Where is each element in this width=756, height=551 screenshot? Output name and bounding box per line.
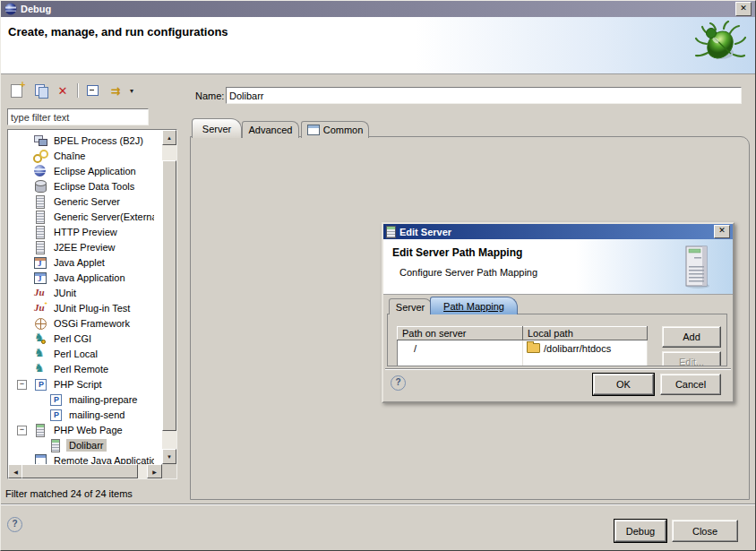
edit-server-titlebar[interactable]: Edit Server ✕: [383, 224, 733, 239]
vertical-scroll-thumb[interactable]: [162, 160, 176, 431]
column-header-local-path[interactable]: Local path: [523, 327, 648, 340]
chain-icon: [33, 150, 48, 162]
perl-camel-icon: [33, 332, 48, 345]
perl-camel-icon: [33, 348, 48, 360]
footer-separator: [1, 504, 755, 505]
tree-item-mailing-prepare[interactable]: mailing-prepare: [8, 392, 154, 407]
toolbar-menu-caret-icon[interactable]: ▾: [130, 87, 133, 95]
edit-server-subheading: Configure Server Path Mapping: [399, 267, 537, 278]
local-path-cell: /dolibarr/htdocs: [523, 340, 648, 357]
scroll-up-icon[interactable]: ▲: [162, 130, 176, 145]
ok-button[interactable]: OK: [593, 374, 654, 395]
tree-item-junit[interactable]: JUnit: [8, 285, 154, 300]
debug-bug-icon: [694, 21, 746, 73]
edit-mapping-button[interactable]: Edit...: [662, 351, 721, 366]
database-icon: [33, 180, 48, 193]
tree-item-dolibarr[interactable]: Dolibarr: [8, 437, 154, 452]
delete-configuration-icon[interactable]: ✕: [54, 82, 72, 99]
dialog-tab-server[interactable]: Server: [389, 298, 432, 314]
duplicate-configuration-icon[interactable]: [30, 82, 48, 99]
tree-item-chaine[interactable]: Chaîne: [8, 148, 154, 163]
dialog-tab-path-mapping[interactable]: Path Mapping: [430, 297, 518, 314]
collapse-expander-icon[interactable]: −: [17, 380, 27, 390]
php-script-icon: [33, 378, 48, 391]
dialog-separator: [385, 368, 731, 370]
table-row[interactable]: / /dolibarr/htdocs: [398, 340, 648, 357]
dialog-help-icon[interactable]: ?: [391, 375, 406, 391]
junit-plugin-icon: [33, 302, 48, 314]
debug-configurations-window: { "glyphs": {"close":"✕","check":"✔","dr…: [0, 0, 756, 551]
cancel-button[interactable]: Cancel: [660, 374, 721, 395]
path-mapping-tab-content: Path on server Local path / /dolibarr/ht…: [387, 314, 727, 366]
close-button[interactable]: Close: [672, 520, 738, 542]
filter-input[interactable]: [7, 108, 149, 125]
tab-advanced[interactable]: Advanced: [242, 121, 299, 138]
server-icon: [33, 226, 48, 238]
path-on-server-cell: /: [398, 340, 523, 357]
server-tower-icon: [683, 245, 711, 289]
tree-item-perl-local[interactable]: Perl Local: [8, 346, 154, 361]
toolbar-separator: [77, 83, 78, 98]
window-title: Debug: [21, 4, 51, 14]
tree-item-perl-remote[interactable]: Perl Remote: [8, 361, 154, 376]
server-icon: [33, 211, 48, 223]
folder-icon: [527, 343, 540, 353]
tree-item-generic-server-external[interactable]: Generic Server(External La: [8, 209, 154, 224]
junit-icon: [33, 287, 48, 299]
tree-item-eclipse-application[interactable]: Eclipse Application: [8, 163, 154, 178]
banner: Create, manage, and run configurations: [1, 17, 755, 74]
server-icon: [386, 226, 396, 238]
edit-server-dialog: Edit Server ✕ Edit Server Path Mapping C…: [382, 222, 735, 403]
scroll-down-icon[interactable]: ▼: [162, 449, 176, 464]
java-applet-icon: [33, 256, 48, 269]
new-configuration-icon[interactable]: [7, 82, 25, 99]
tree-item-http-preview[interactable]: HTTP Preview: [8, 224, 154, 239]
configurations-toolbar: ✕ ⇉ ▾: [7, 81, 133, 100]
scroll-right-icon[interactable]: ▶: [147, 464, 162, 478]
window-close-button[interactable]: ✕: [735, 2, 752, 16]
edit-server-close-button[interactable]: ✕: [714, 225, 730, 238]
server-icon: [33, 241, 48, 254]
java-application-icon: [33, 271, 48, 284]
edit-server-title: Edit Server: [399, 227, 451, 237]
help-icon[interactable]: ?: [7, 517, 22, 532]
name-label: Name:: [195, 90, 224, 101]
table-row-empty: [398, 356, 648, 366]
add-mapping-button[interactable]: Add: [662, 326, 721, 348]
edit-server-header: Edit Server Path Mapping Configure Serve…: [383, 239, 733, 295]
tree-horizontal-scrollbar[interactable]: ◀ ▶: [8, 464, 162, 478]
path-mapping-table: Path on server Local path / /dolibarr/ht…: [397, 326, 648, 366]
tree-item-j2ee-preview[interactable]: J2EE Preview: [8, 239, 154, 254]
php-script-icon: [48, 393, 64, 406]
tree-item-java-applet[interactable]: Java Applet: [8, 254, 154, 270]
name-input[interactable]: [226, 87, 742, 104]
edit-server-heading: Edit Server Path Mapping: [392, 246, 522, 259]
tree-item-osgi-framework[interactable]: OSGi Framework: [8, 315, 154, 331]
server-icon: [33, 195, 48, 208]
tree-item-mailing-send[interactable]: mailing-send: [8, 407, 154, 422]
tab-server[interactable]: Server: [192, 118, 242, 138]
horizontal-scroll-thumb[interactable]: [21, 464, 138, 478]
tab-common[interactable]: Common: [301, 121, 369, 138]
scrollbar-corner: [162, 464, 176, 478]
collapse-expander-icon[interactable]: −: [17, 426, 27, 435]
tree-item-php-script[interactable]: −PHP Script: [8, 376, 154, 392]
window-titlebar[interactable]: Debug ✕: [1, 1, 755, 17]
perl-camel-icon: [33, 363, 48, 375]
eclipse-logo-icon: [4, 3, 17, 15]
tree-item-php-web-page[interactable]: −PHP Web Page: [8, 422, 154, 437]
php-web-page-icon: [33, 424, 48, 436]
osgi-target-icon: [33, 317, 48, 330]
tree-item-perl-cgi[interactable]: Perl CGI: [8, 331, 154, 346]
filter-launch-configurations-icon[interactable]: ⇉: [107, 82, 125, 99]
tree-item-java-application[interactable]: Java Application: [8, 270, 154, 285]
tree-item-eclipse-data-tools[interactable]: Eclipse Data Tools: [8, 178, 154, 194]
tree-vertical-scrollbar[interactable]: ▲ ▼: [162, 130, 176, 464]
tree-item-junit-plugin-test[interactable]: JUnit Plug-in Test: [8, 300, 154, 315]
debug-button[interactable]: Debug: [614, 520, 666, 542]
tree-item-generic-server[interactable]: Generic Server: [8, 194, 154, 209]
tree-item-bpel-process[interactable]: BPEL Process (B2J): [8, 133, 154, 148]
filter-status-text: Filter matched 24 of 24 items: [5, 488, 133, 499]
collapse-all-icon[interactable]: [83, 82, 101, 99]
column-header-path-on-server[interactable]: Path on server: [398, 327, 523, 340]
